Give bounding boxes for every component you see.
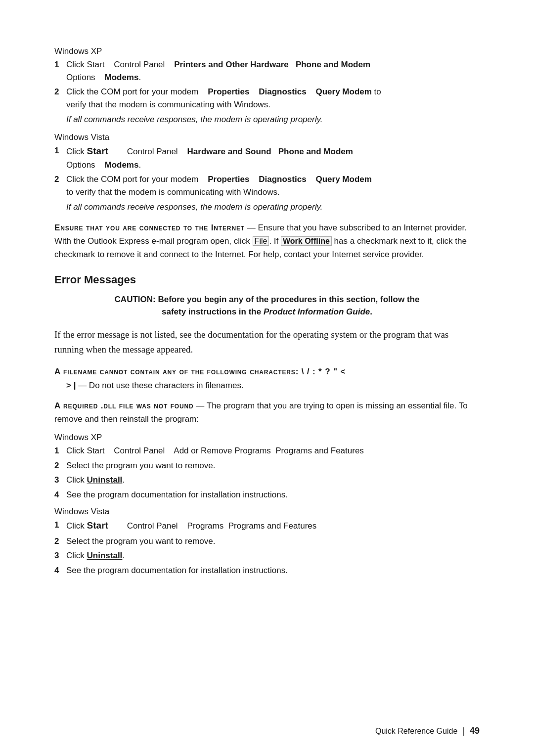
- footer-separator: |: [462, 726, 465, 736]
- xp-dll-step2-text: Select the program you want to remove.: [66, 461, 215, 470]
- error-messages-heading: Error Messages: [54, 273, 480, 286]
- diagnostics-label-xp: Diagnostics: [259, 87, 306, 96]
- step-num-v2: 2: [54, 173, 59, 186]
- ensure-label: Ensure that you are connected to the Int…: [54, 223, 245, 232]
- ensure-text2: . If: [269, 236, 281, 246]
- filename-error-desc: > | — Do not use these characters in fil…: [66, 379, 480, 392]
- vista-dll-step-num-2: 2: [54, 535, 59, 548]
- vista-modem-step2: 2 Click the COM port for your modem Prop…: [54, 173, 480, 198]
- dll-dash: —: [196, 401, 206, 410]
- caution-label: CAUTION:: [115, 295, 156, 304]
- vista-dll-step2-text: Select the program you want to remove.: [66, 536, 215, 546]
- step-num-2: 2: [54, 86, 59, 98]
- work-offline-label: Work Offline: [281, 236, 332, 246]
- xp-dll-step4-text: See the program documentation for instal…: [66, 490, 288, 499]
- vista-step2-line2: to verify that the modem is communicatin…: [66, 187, 280, 197]
- vista-dll-step-num-4: 4: [54, 564, 59, 577]
- vista-dll-step3-text: Click Uninstall.: [66, 551, 125, 560]
- modems-label-xp: Modems: [104, 73, 138, 82]
- xp-dll-step4: 4 See the program documentation for inst…: [54, 489, 480, 501]
- error-body-text: If the error message is not listed, see …: [54, 327, 480, 357]
- xp-modem-if-line: If all commands receive responses, the m…: [66, 115, 480, 125]
- xp-dll-step-num-2: 2: [54, 459, 59, 472]
- hardware-sound-label: Hardware and Sound: [187, 147, 271, 156]
- xp-modem-step2: 2 Click the COM port for your modem Prop…: [54, 86, 480, 111]
- xp-dll-step1: 1 Click Start Control Panel Add or Remov…: [54, 445, 480, 457]
- footer-guide-label: Quick Reference Guide: [375, 727, 457, 736]
- dll-error-label: A required .dll file was not found: [54, 401, 194, 410]
- caution-text: Before you begin any of the procedures i…: [158, 295, 419, 304]
- step1-text: Click Start Control Panel Printers and O…: [66, 60, 370, 69]
- xp-dll-step-num-4: 4: [54, 489, 59, 501]
- vista-dll-steps: 1 Click Start Control Panel Programs Pro…: [54, 519, 480, 577]
- step-num-v1: 1: [54, 144, 59, 157]
- ensure-dash: —: [247, 223, 258, 232]
- vista-dll-step4: 4 See the program documentation for inst…: [54, 564, 480, 577]
- vista-step2-text: Click the COM port for your modem Proper…: [66, 175, 372, 184]
- vista-modem-step1: 1 Click Start Control Panel Hardware and…: [54, 144, 480, 171]
- uninstall-label-vista: Uninstall: [87, 551, 123, 560]
- properties-label-vista: Properties: [208, 175, 249, 184]
- start-bold-vista-dll: Start: [87, 520, 108, 531]
- xp-dll-step3-text: Click Uninstall.: [66, 475, 125, 485]
- query-modem-label-xp: Query Modem: [316, 87, 372, 96]
- caution-period: .: [370, 307, 372, 316]
- product-info-guide-label: Product Information Guide: [264, 307, 370, 316]
- step2-text: Click the COM port for your modem Proper…: [66, 87, 381, 96]
- os-label-xp-dll: Windows XP: [54, 433, 480, 443]
- xp-dll-step1-text: Click Start Control Panel Add or Remove …: [66, 446, 364, 455]
- start-bold-vista: Start: [87, 146, 108, 156]
- os-label-xp-modem: Windows XP: [54, 46, 480, 56]
- os-label-vista-modem: Windows Vista: [54, 133, 480, 142]
- properties-label-xp: Properties: [208, 87, 249, 96]
- xp-dll-step2: 2 Select the program you want to remove.: [54, 459, 480, 472]
- os-label-vista-dll: Windows Vista: [54, 507, 480, 517]
- phone-modem-label-xp: Phone and Modem: [296, 60, 370, 69]
- vista-dll-step-num-1: 1: [54, 519, 59, 532]
- caution-line2: safety instructions in the: [162, 307, 264, 316]
- modems-label-vista: Modems: [104, 160, 138, 170]
- xp-dll-steps: 1 Click Start Control Panel Add or Remov…: [54, 445, 480, 501]
- step2-line2: verify that the modem is communicating w…: [66, 100, 270, 109]
- vista-modem-steps: 1 Click Start Control Panel Hardware and…: [54, 144, 480, 198]
- diagnostics-label-vista: Diagnostics: [259, 175, 306, 184]
- xp-dll-step3: 3 Click Uninstall.: [54, 474, 480, 487]
- ensure-block: Ensure that you are connected to the Int…: [54, 221, 480, 262]
- vista-dll-step2: 2 Select the program you want to remove.: [54, 535, 480, 548]
- vista-dll-step1: 1 Click Start Control Panel Programs Pro…: [54, 519, 480, 533]
- page-content: Windows XP 1 Click Start Control Panel P…: [0, 0, 534, 630]
- uninstall-label-xp: Uninstall: [87, 475, 123, 485]
- vista-dll-step-num-3: 3: [54, 549, 59, 562]
- vista-step1-line2: Options Modems.: [66, 160, 141, 170]
- footer-page-number: 49: [470, 726, 480, 736]
- file-menu-label: File: [253, 236, 269, 246]
- vista-step1-text: Click Start Control Panel Hardware and S…: [66, 147, 353, 156]
- dll-error-block: A required .dll file was not found — The…: [54, 399, 480, 426]
- filename-arrow: > |: [66, 381, 76, 390]
- caution-block: CAUTION: Before you begin any of the pro…: [54, 293, 480, 318]
- filename-error-label: A filename cannot contain any of the fol…: [54, 367, 346, 376]
- filename-error-block: A filename cannot contain any of the fol…: [54, 365, 480, 392]
- query-modem-label-vista: Query Modem: [316, 175, 372, 184]
- xp-dll-step-num-1: 1: [54, 445, 59, 457]
- printers-hardware-label: Printers and Other Hardware: [174, 60, 288, 69]
- vista-dll-step1-text: Click Start Control Panel Programs Progr…: [66, 521, 316, 531]
- vista-dll-step3: 3 Click Uninstall.: [54, 549, 480, 562]
- xp-modem-steps: 1 Click Start Control Panel Printers and…: [54, 58, 480, 111]
- vista-modem-if-line: If all commands receive responses, the m…: [66, 202, 480, 212]
- xp-modem-step1: 1 Click Start Control Panel Printers and…: [54, 58, 480, 84]
- xp-dll-step-num-3: 3: [54, 474, 59, 487]
- phone-modem-label-vista: Phone and Modem: [278, 147, 353, 156]
- step-num-1: 1: [54, 58, 59, 71]
- vista-dll-step4-text: See the program documentation for instal…: [66, 566, 288, 575]
- footer: Quick Reference Guide | 49: [375, 726, 480, 736]
- step1-line2: Options Modems.: [66, 73, 141, 82]
